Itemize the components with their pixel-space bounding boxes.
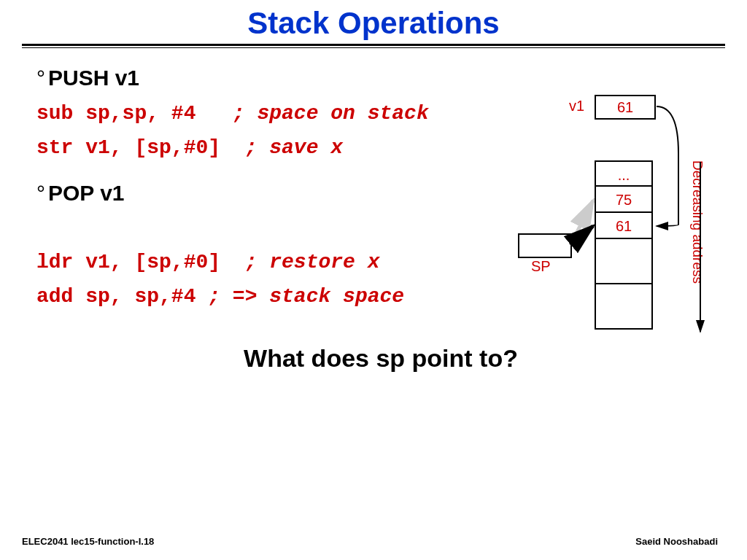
diagram-arrows: [511, 80, 729, 386]
arrow-v1-to-stack: [657, 106, 678, 226]
code1-comment: ; space on stack: [233, 102, 429, 125]
push-heading-text: PUSH v1: [48, 66, 139, 90]
code2-instruction: str v1, [sp,#0]: [36, 136, 245, 159]
code4-comment: ; => stack space: [208, 285, 404, 308]
code3-instruction: ldr v1, [sp,#0]: [36, 251, 245, 273]
pop-heading-text: POP v1: [48, 181, 125, 205]
title-rule-1: [22, 44, 725, 46]
slide-title: Stack Operations: [0, 6, 747, 41]
code1-instruction: sub sp,sp, #4: [36, 102, 233, 125]
stack-diagram: v1 61 SP ... 75 61 Decreasing address: [511, 80, 729, 386]
footer-left: ELEC2041 lec15-function-I.18: [22, 536, 154, 547]
code2-comment: ; save x: [245, 136, 343, 159]
code4-instruction: add sp, sp,#4: [36, 285, 208, 308]
code3-comment: ; restore x: [245, 251, 380, 273]
footer-right: Saeid Nooshabadi: [635, 536, 718, 547]
arrow-sp-gray: [570, 201, 593, 245]
